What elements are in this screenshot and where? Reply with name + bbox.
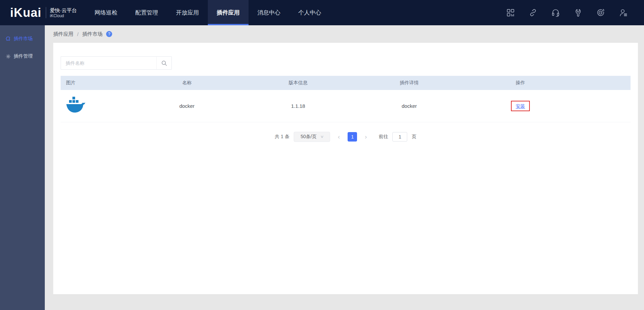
- tab-plugin-apps[interactable]: 插件应用: [208, 0, 249, 25]
- sidebar-item-plugin-manage[interactable]: 插件管理: [0, 48, 45, 65]
- col-header-action: 操作: [465, 76, 576, 90]
- page-size-value: 50条/页: [301, 134, 317, 140]
- breadcrumb-plugin-market[interactable]: 插件市场: [82, 31, 102, 37]
- table-header-row: 图片 名称 版本信息 插件详情 操作: [61, 76, 631, 90]
- next-page-button[interactable]: ›: [361, 132, 370, 142]
- logo[interactable]: iKuai 爱快·云平台 iKCloud: [0, 0, 86, 25]
- col-header-name: 名称: [131, 76, 243, 90]
- search-bar: [61, 56, 631, 70]
- top-nav: iKuai 爱快·云平台 iKCloud 网络巡检 配置管理 开放应用 插件应用…: [0, 0, 644, 25]
- goto-label: 前往: [379, 134, 388, 140]
- link-icon[interactable]: [528, 8, 538, 17]
- tab-config-manage[interactable]: 配置管理: [126, 0, 167, 25]
- cell-detail: docker: [354, 90, 465, 122]
- page-number-1[interactable]: 1: [348, 132, 357, 142]
- nav-icon-group: [506, 0, 644, 25]
- search-icon: [161, 60, 168, 67]
- pagination: 共 1 条 50条/页 ∨ ‹ 1 › 前往 页: [61, 132, 631, 142]
- prev-page-button[interactable]: ‹: [334, 132, 343, 142]
- col-header-image: 图片: [61, 76, 131, 90]
- sidebar: 插件市场 插件管理: [0, 25, 45, 310]
- page-unit-label: 页: [412, 134, 416, 140]
- target-arrow-icon[interactable]: [596, 8, 605, 17]
- wrench-icon[interactable]: [574, 8, 583, 17]
- plugin-table: 图片 名称 版本信息 插件详情 操作: [61, 76, 631, 122]
- page-body: 插件市场 插件管理 插件应用 / 插件市场 ?: [0, 25, 644, 310]
- tab-open-apps[interactable]: 开放应用: [167, 0, 208, 25]
- headset-icon[interactable]: [551, 8, 560, 17]
- brand-name-cn: 爱快·云平台: [50, 7, 77, 14]
- search-input[interactable]: [61, 56, 156, 70]
- breadcrumb-plugin-apps[interactable]: 插件应用: [53, 31, 73, 37]
- tab-message-center[interactable]: 消息中心: [249, 0, 289, 25]
- brand-block: 爱快·云平台 iKCloud: [46, 7, 77, 19]
- sidebar-item-label: 插件管理: [14, 53, 33, 59]
- table-row: docker 1.1.18 docker 安装: [61, 90, 631, 122]
- sidebar-item-plugin-market[interactable]: 插件市场: [0, 30, 45, 48]
- pagination-total: 共 1 条: [275, 134, 290, 140]
- content-card: 图片 名称 版本信息 插件详情 操作: [53, 43, 638, 294]
- user-menu-icon[interactable]: [619, 8, 628, 17]
- annotation-red-box: 安装: [511, 101, 530, 111]
- logo-text: iKuai: [10, 7, 41, 19]
- col-header-filler: [576, 76, 631, 90]
- puzzle-icon: [5, 36, 11, 42]
- install-link[interactable]: 安装: [516, 103, 525, 109]
- docker-logo-icon: [66, 96, 87, 115]
- nav-tabs: 网络巡检 配置管理 开放应用 插件应用 消息中心 个人中心: [86, 0, 330, 25]
- gear-icon: [5, 54, 11, 59]
- cell-name: docker: [131, 90, 243, 122]
- cell-action: 安装: [465, 90, 576, 122]
- breadcrumb: 插件应用 / 插件市场 ?: [53, 25, 638, 43]
- breadcrumb-separator: /: [77, 31, 78, 37]
- apps-grid-icon[interactable]: [506, 8, 515, 17]
- chevron-down-icon: ∨: [320, 134, 324, 139]
- search-button[interactable]: [156, 56, 172, 70]
- goto-page-input[interactable]: [392, 132, 407, 142]
- brand-name-en: iKCloud: [50, 13, 77, 18]
- col-header-detail: 插件详情: [354, 76, 465, 90]
- cell-image: [61, 90, 131, 122]
- tab-network-inspect[interactable]: 网络巡检: [86, 0, 126, 25]
- tab-personal-center[interactable]: 个人中心: [289, 0, 330, 25]
- cell-version: 1.1.18: [243, 90, 354, 122]
- sidebar-item-label: 插件市场: [14, 36, 33, 42]
- question-circle-icon[interactable]: ?: [106, 31, 112, 37]
- page-size-select[interactable]: 50条/页 ∨: [294, 132, 330, 142]
- col-header-version: 版本信息: [243, 76, 354, 90]
- cell-filler: [576, 90, 631, 122]
- main-area: 插件应用 / 插件市场 ? 图片: [45, 25, 644, 310]
